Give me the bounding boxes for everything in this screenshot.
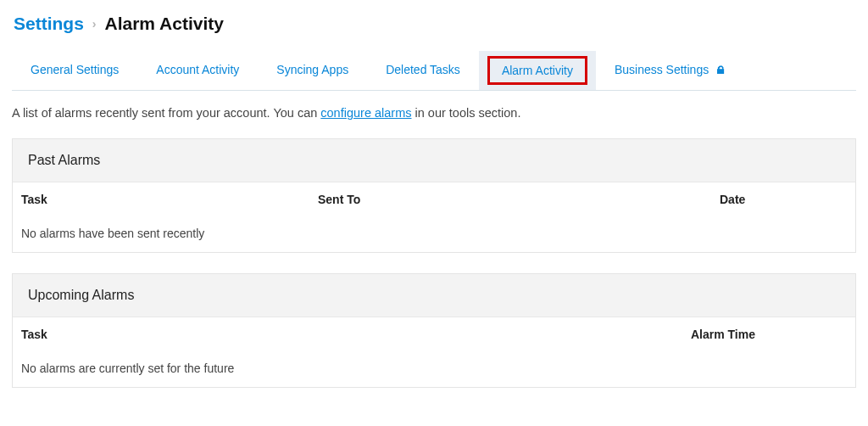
tab-business-settings-label: Business Settings <box>615 63 709 76</box>
upcoming-alarms-panel: Upcoming Alarms Task Alarm Time No alarm… <box>12 273 856 388</box>
tab-syncing-apps[interactable]: Syncing Apps <box>258 51 367 90</box>
tab-deleted-tasks[interactable]: Deleted Tasks <box>367 51 479 90</box>
breadcrumb-current: Alarm Activity <box>105 14 224 34</box>
description-prefix: A list of alarms recently sent from your… <box>12 106 320 120</box>
past-col-task: Task <box>21 193 318 206</box>
upcoming-col-alarm-time: Alarm Time <box>691 328 826 341</box>
upcoming-alarms-table-header: Task Alarm Time <box>13 317 855 351</box>
past-alarms-empty: No alarms have been sent recently <box>13 216 855 252</box>
chevron-right-icon: › <box>92 17 97 31</box>
tab-alarm-activity-highlight: Alarm Activity <box>487 56 587 85</box>
lock-icon: 🔒︎ <box>715 64 726 76</box>
past-alarms-table-header: Task Sent To Date <box>13 182 855 216</box>
tab-alarm-activity[interactable]: Alarm Activity <box>479 51 596 90</box>
upcoming-alarms-empty: No alarms are currently set for the futu… <box>13 351 855 387</box>
configure-alarms-link[interactable]: configure alarms <box>320 106 411 120</box>
past-alarms-panel: Past Alarms Task Sent To Date No alarms … <box>12 138 856 253</box>
tab-general-settings[interactable]: General Settings <box>12 51 137 90</box>
tab-account-activity[interactable]: Account Activity <box>137 51 258 90</box>
page-description: A list of alarms recently sent from your… <box>12 106 856 120</box>
upcoming-alarms-title: Upcoming Alarms <box>13 274 855 317</box>
upcoming-col-task: Task <box>21 328 691 341</box>
past-col-sent-to: Sent To <box>318 193 720 206</box>
past-col-date: Date <box>720 193 847 206</box>
breadcrumb: Settings › Alarm Activity <box>12 14 856 34</box>
past-alarms-title: Past Alarms <box>13 139 855 182</box>
breadcrumb-settings-link[interactable]: Settings <box>14 14 84 34</box>
settings-tabs: General Settings Account Activity Syncin… <box>12 51 856 91</box>
description-suffix: in our tools section. <box>411 106 520 120</box>
tab-business-settings[interactable]: Business Settings 🔒︎ <box>596 51 745 90</box>
